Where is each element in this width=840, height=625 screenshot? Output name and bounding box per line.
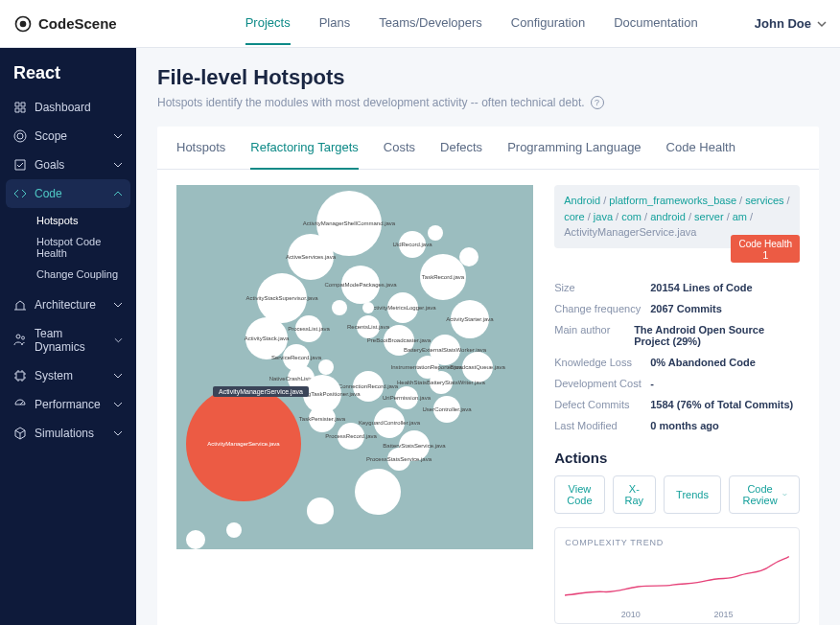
- code-review-button[interactable]: Code Review: [729, 475, 800, 514]
- tab-refactoring-targets[interactable]: Refactoring Targets: [250, 127, 359, 170]
- topnav-projects[interactable]: Projects: [245, 2, 291, 45]
- hotspot-bubble[interactable]: [428, 225, 443, 241]
- meta-row: Last Modified0 months ago: [554, 415, 800, 436]
- hotspot-visualization[interactable]: ActivityManagerService.javaActivityManag…: [176, 185, 533, 549]
- project-name: React: [0, 63, 136, 93]
- complexity-trend-chart[interactable]: COMPLEXITY TREND 20102015: [554, 527, 800, 624]
- brand[interactable]: CodeScene: [13, 14, 117, 34]
- sidebar-item-dashboard[interactable]: Dashboard: [0, 93, 136, 122]
- hotspot-bubble[interactable]: ProcessStatsService.java: [387, 448, 410, 471]
- breadcrumb-segment[interactable]: am: [733, 211, 747, 222]
- hotspot-bubble[interactable]: [318, 359, 334, 375]
- sidebar-item-label: Code: [35, 187, 62, 200]
- sidebar-item-label: Dashboard: [35, 101, 91, 114]
- hotspot-bubble[interactable]: RecentsList.java: [357, 315, 380, 338]
- hotspot-bubble[interactable]: CompatModePackages.java: [341, 266, 380, 304]
- tab-hotspots[interactable]: Hotspots: [176, 127, 225, 170]
- meta-row: Main authorThe Android Open Source Proje…: [554, 319, 800, 352]
- sidebar-item-simulations[interactable]: Simulations: [0, 419, 136, 448]
- hotspot-bubble[interactable]: [332, 300, 347, 315]
- help-icon[interactable]: ?: [591, 96, 604, 109]
- sidebar-sub-hotspot-code-health[interactable]: Hotspot Code Health: [27, 231, 136, 264]
- sidebar-item-system[interactable]: System: [0, 361, 136, 390]
- meta-row: Development Cost-: [554, 373, 800, 394]
- breadcrumb-segment[interactable]: platform_frameworks_base: [609, 195, 736, 206]
- analysis-card: HotspotsRefactoring TargetsCostsDefectsP…: [157, 127, 819, 625]
- topnav-plans[interactable]: Plans: [319, 2, 351, 45]
- tab-defects[interactable]: Defects: [440, 127, 482, 170]
- sidebar-item-goals[interactable]: Goals: [0, 150, 136, 179]
- topnav-teams-developers[interactable]: Teams/Developers: [379, 2, 482, 45]
- chevron-down-icon: [782, 491, 787, 498]
- chevron-down-icon: [113, 131, 123, 141]
- target-icon: [13, 129, 27, 143]
- hotspot-bubble[interactable]: ActivityMetricsLogger.java: [387, 292, 418, 323]
- topnav-configuration[interactable]: Configuration: [511, 2, 585, 45]
- trend-tick: 2015: [714, 610, 734, 619]
- brand-text: CodeScene: [38, 15, 117, 32]
- breadcrumb-segment[interactable]: com: [621, 211, 642, 222]
- meta-key: Main author: [554, 324, 634, 347]
- hotspot-bubble[interactable]: [355, 469, 401, 515]
- file-details: Android / platform_frameworks_base / ser…: [554, 185, 800, 624]
- sidebar-item-label: Team Dynamics: [35, 327, 106, 354]
- hotspot-bubble[interactable]: [362, 302, 374, 313]
- tab-programming-language[interactable]: Programming Language: [507, 127, 641, 170]
- meta-val: 2067 Commits: [650, 303, 722, 314]
- tab-code-health[interactable]: Code Health: [666, 127, 735, 170]
- hotspot-bubble[interactable]: [459, 247, 478, 266]
- hotspot-bubble[interactable]: HealthStatsBatteryStatsWriter.java: [430, 371, 453, 394]
- people-icon: [13, 334, 27, 347]
- meta-val: The Android Open Source Project (29%): [634, 324, 800, 347]
- hotspot-bubble[interactable]: ActiveServices.java: [288, 234, 334, 280]
- hotspot-bubble[interactable]: TaskPersister.java: [309, 405, 336, 432]
- hotspot-bubble[interactable]: ActivityManagerService.java: [186, 386, 301, 501]
- hotspot-bubble[interactable]: ActivityStarter.java: [451, 300, 489, 338]
- user-menu[interactable]: John Doe: [755, 16, 827, 31]
- meta-row: Knowledge Loss0% Abandoned Code: [554, 352, 800, 373]
- trend-tick: 2010: [621, 610, 641, 619]
- hotspot-bubble[interactable]: UserController.java: [433, 396, 460, 423]
- hotspot-bubble[interactable]: [226, 522, 242, 538]
- trends-button[interactable]: Trends: [664, 475, 721, 514]
- hotspot-bubble[interactable]: ActivityStack.java: [245, 317, 288, 359]
- page-title: File-level Hotspots: [157, 65, 819, 90]
- breadcrumb-segment[interactable]: server: [694, 211, 724, 222]
- meta-val: 20154 Lines of Code: [650, 282, 752, 293]
- metadata-table: Size20154 Lines of CodeChange frequency2…: [554, 277, 800, 436]
- logo-icon: [13, 14, 33, 34]
- hotspot-bubble[interactable]: ProcessRecord.java: [338, 423, 364, 450]
- tab-costs[interactable]: Costs: [384, 127, 415, 170]
- hotspot-bubble[interactable]: TaskRecord.java: [420, 254, 466, 300]
- hotspot-bubble[interactable]: [186, 530, 205, 549]
- hotspot-bubble[interactable]: ActivityStackSupervisor.java: [257, 273, 307, 323]
- main-content: File-level Hotspots Hotspots identify th…: [136, 48, 840, 625]
- breadcrumb-segment[interactable]: Android: [564, 195, 600, 206]
- sidebar-sub-hotspots[interactable]: Hotspots: [27, 210, 136, 231]
- sidebar-item-team-dynamics[interactable]: Team Dynamics: [0, 319, 136, 361]
- hotspot-bubble[interactable]: KeyguardController.java: [374, 407, 405, 438]
- sidebar-item-label: Performance: [35, 398, 101, 411]
- hotspot-bubble[interactable]: UidRecord.java: [399, 231, 426, 258]
- chevron-down-icon: [113, 428, 123, 438]
- hotspot-bubble[interactable]: BroadcastQueue.java: [462, 352, 493, 382]
- view-code-button[interactable]: View Code: [554, 475, 604, 514]
- chevron-down-icon: [113, 400, 123, 409]
- meta-key: Development Cost: [554, 378, 650, 389]
- trend-sparkline: [565, 549, 789, 607]
- breadcrumb-segment[interactable]: services: [745, 195, 783, 206]
- breadcrumb-segment[interactable]: core: [564, 211, 584, 222]
- sidebar-sub-change-coupling[interactable]: Change Coupling: [27, 264, 136, 285]
- sidebar-item-code[interactable]: Code: [6, 179, 130, 208]
- breadcrumb-segment[interactable]: java: [594, 211, 613, 222]
- breadcrumb-segment[interactable]: android: [650, 211, 686, 222]
- hotspot-bubble[interactable]: ProcessList.java: [295, 315, 322, 342]
- topnav-documentation[interactable]: Documentation: [614, 2, 697, 45]
- sidebar-item-scope[interactable]: Scope: [0, 122, 136, 150]
- hotspot-bubble[interactable]: UriPermission.java: [395, 386, 418, 409]
- hotspot-bubble[interactable]: [307, 498, 334, 524]
- sidebar-item-performance[interactable]: Performance: [0, 390, 136, 419]
- chevron-down-icon: [113, 300, 123, 310]
- sidebar-item-architecture[interactable]: Architecture: [0, 290, 136, 319]
- x-ray-button[interactable]: X-Ray: [613, 475, 657, 514]
